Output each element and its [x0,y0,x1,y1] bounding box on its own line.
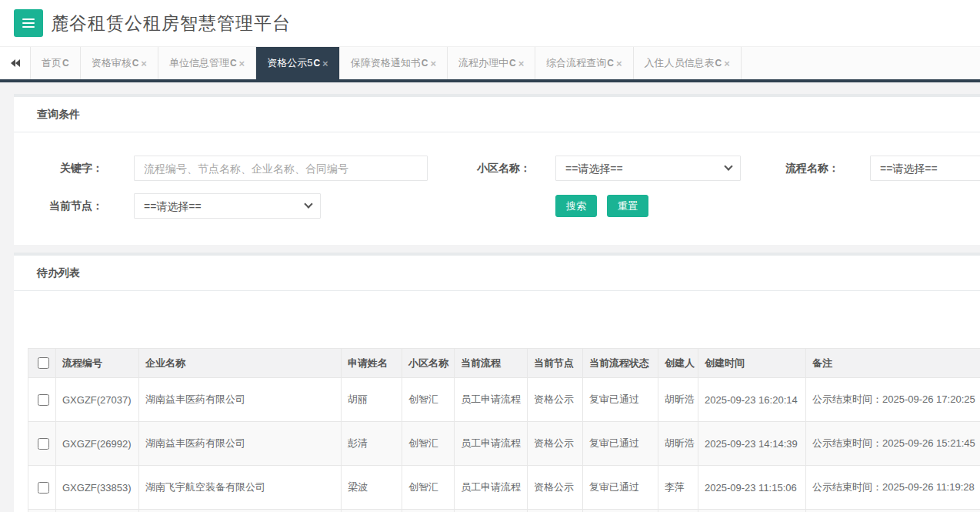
reset-button[interactable]: 重置 [607,195,648,217]
row-checkbox[interactable] [38,438,49,450]
hamburger-icon [22,18,35,20]
community-select[interactable]: ==请选择== [555,156,741,181]
table-cell: 胡昕浩 [658,422,698,466]
table-cell: 公示结束时间：2025-09-26 11:19:28 [806,466,980,510]
column-header: 申请姓名 [342,349,402,378]
hamburger-icon [22,26,35,28]
todo-panel: 待办列表 流程编号企业名称申请姓名小区名称当前流程当前节点当前流程状态创建人创建… [14,253,980,512]
double-left-chevron-icon [10,59,21,68]
table-cell: 公示结束时间：2025-09-26 15:21:45 [806,422,980,466]
process-select-wrap: ==请选择== [870,156,980,181]
tab-3[interactable]: 单位信息管理C× [158,47,256,79]
table-cell [583,510,658,512]
table-cell: 员工申请流程 [455,466,528,510]
tab-close-icon[interactable]: × [322,58,328,69]
tab-refresh-icon[interactable]: C [230,58,237,69]
tab-close-icon[interactable]: × [141,58,147,69]
row-checkbox-cell [28,378,56,422]
form-row-2: 当前节点： ==请选择== 搜索 重置 [14,193,980,219]
table-cell: 创智汇 [402,466,455,510]
tab-refresh-icon[interactable]: C [715,58,722,69]
keyword-label: 关键字： [14,162,103,176]
table-cell: 员工申请流程 [455,422,528,466]
tab-refresh-icon[interactable]: C [607,58,614,69]
table-cell [56,510,139,512]
tab-6[interactable]: 流程办理中C× [448,47,535,79]
table-cell: 李萍 [658,466,698,510]
keyword-input[interactable] [134,156,428,181]
node-select[interactable]: ==请选择== [134,193,321,219]
column-header: 当前流程 [455,349,528,378]
query-form: 关键字： 小区名称： ==请选择== 流程名称： ==请选择== [14,132,980,245]
table-cell [528,510,583,512]
tab-bar: 首页C资格审核C×单位信息管理C×资格公示5C×保障资格通知书C×流程办理中C×… [0,46,980,82]
tab-close-icon[interactable]: × [724,58,730,69]
table-row: GXGZF(26992)湖南益丰医药有限公司彭清创智汇员工申请流程资格公示复审已… [28,422,980,466]
column-header: 创建人 [658,349,698,378]
table-cell [342,510,402,512]
tab-2[interactable]: 资格审核C× [81,47,158,79]
table-cell: 复审已通过 [583,422,658,466]
tabs-scroll-left-button[interactable] [0,47,31,79]
tab-refresh-icon[interactable]: C [62,58,69,69]
table-cell: GXGZF(27037) [56,378,139,422]
tab-4[interactable]: 资格公示5C× [256,47,340,79]
column-header: 小区名称 [402,349,455,378]
hamburger-menu-button[interactable] [14,9,43,37]
table-cell [698,510,806,512]
select-all-header-cell [28,349,56,378]
table-cell [402,510,455,512]
column-header: 当前流程状态 [583,349,658,378]
table-cell: 资格公示 [528,422,583,466]
tab-label: 首页 [42,56,62,70]
tab-refresh-icon[interactable]: C [422,58,428,69]
tab-label: 资格审核 [92,56,132,70]
select-all-checkbox[interactable] [38,357,49,369]
app-header: 麓谷租赁公租房智慧管理平台 [0,0,980,46]
tab-close-icon[interactable]: × [518,58,525,69]
table-cell: 湖南益丰医药有限公司 [139,422,342,466]
tab-label: 单位信息管理 [169,56,229,70]
row-checkbox[interactable] [38,482,49,494]
node-label: 当前节点： [14,199,103,213]
search-button[interactable]: 搜索 [555,195,597,217]
tab-5[interactable]: 保障资格通知书C× [340,47,448,79]
todo-table: 流程编号企业名称申请姓名小区名称当前流程当前节点当前流程状态创建人创建时间备注 … [28,348,980,512]
tab-label: 资格公示5 [267,56,312,70]
table-cell: 资格公示 [528,378,583,422]
column-header: 创建时间 [698,349,806,378]
tab-label: 保障资格通知书 [351,56,421,70]
node-select-wrap: ==请选择== [134,193,321,219]
tab-close-icon[interactable]: × [616,58,622,69]
table-cell: 胡昕浩 [658,378,698,422]
table-cell [139,510,342,512]
community-label: 小区名称： [428,162,531,176]
column-header: 流程编号 [56,349,139,378]
tab-7[interactable]: 综合流程查询C× [535,47,633,79]
tab-label: 流程办理中 [458,56,508,70]
process-select[interactable]: ==请选择== [870,156,980,181]
column-header: 备注 [806,349,980,378]
tab-close-icon[interactable]: × [430,58,436,69]
row-checkbox[interactable] [38,394,49,406]
query-panel-title: 查询条件 [14,97,980,132]
table-cell [806,510,980,512]
table-cell: 创智汇 [402,422,455,466]
table-row: GXGZF(27037)湖南益丰医药有限公司胡丽创智汇员工申请流程资格公示复审已… [28,378,980,422]
community-select-wrap: ==请选择== [555,156,741,181]
tab-close-icon[interactable]: × [239,58,245,69]
table-row: GXGZF(33853)湖南飞宇航空装备有限公司梁波创智汇员工申请流程资格公示复… [28,466,980,510]
table-cell: GXGZF(33853) [56,466,139,510]
row-checkbox-cell [28,422,56,466]
todo-body: 流程编号企业名称申请姓名小区名称当前流程当前节点当前流程状态创建人创建时间备注 … [14,291,980,512]
table-cell: 梁波 [342,466,402,510]
tab-refresh-icon[interactable]: C [313,58,320,69]
query-panel: 查询条件 关键字： 小区名称： ==请选择== 流程名称： [14,94,980,245]
tab-8[interactable]: 入住人员信息表C× [634,47,742,79]
table-cell: 创智汇 [402,378,455,422]
tab-refresh-icon[interactable]: C [132,58,139,69]
table-cell: 2025-09-23 11:15:06 [698,466,806,510]
tab-refresh-icon[interactable]: C [509,58,516,69]
tab-1[interactable]: 首页C [31,47,81,79]
table-cell: 2025-09-23 16:20:14 [698,378,806,422]
